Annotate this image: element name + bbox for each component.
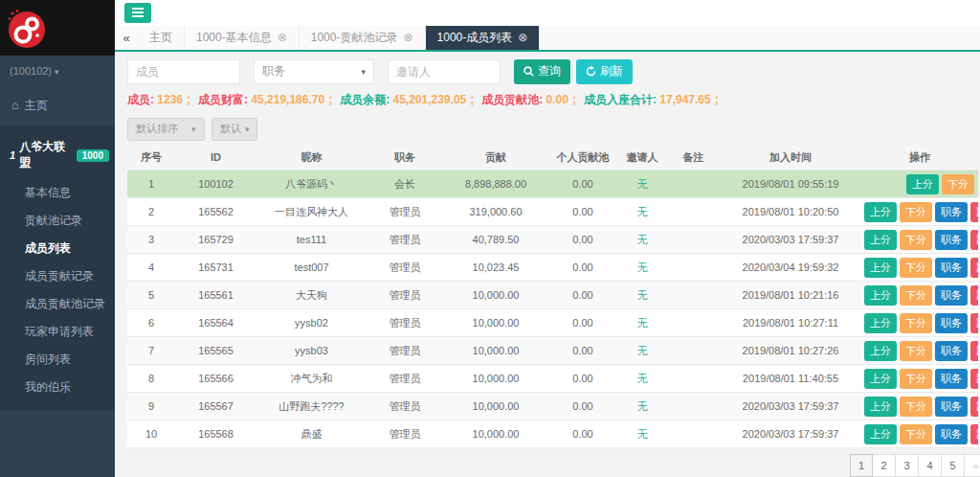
refresh-button[interactable]: 刷新: [576, 59, 633, 84]
refresh-icon: [586, 66, 596, 77]
kick-member-button[interactable]: 踢出: [970, 369, 978, 389]
column-header: 个人贡献池: [548, 146, 617, 170]
page-button[interactable]: 1: [850, 454, 873, 477]
tabs-scroll-left-icon[interactable]: «: [115, 26, 138, 50]
kick-member-button[interactable]: 踢出: [970, 230, 978, 250]
sidebar-item[interactable]: 成员列表: [0, 235, 115, 262]
cell-remark: [667, 393, 720, 420]
sidebar-item[interactable]: 成员贡献池记录: [0, 290, 115, 318]
cell-contrib: 40,789.50: [443, 226, 548, 254]
stat-value: 1236: [157, 93, 183, 106]
cell-inviter: 无: [617, 226, 667, 254]
kick-member-button[interactable]: 踢出: [970, 424, 978, 444]
page-button[interactable]: 3: [896, 454, 919, 477]
sidebar-item[interactable]: 贡献池记录: [0, 207, 115, 235]
sidebar-item[interactable]: 我的伯乐: [0, 374, 115, 401]
tab-item[interactable]: 主页: [138, 26, 185, 50]
deduct-points-button[interactable]: 下分: [900, 369, 932, 389]
deduct-points-button[interactable]: 下分: [900, 230, 932, 250]
add-points-button[interactable]: 上分: [864, 202, 897, 222]
query-button[interactable]: 查询: [514, 59, 570, 84]
add-points-button[interactable]: 上分: [864, 369, 897, 389]
tab-item[interactable]: 1000-成员列表⊗: [426, 26, 541, 50]
stat-label: 成员余额:: [340, 93, 392, 106]
set-role-button[interactable]: 职务: [935, 230, 968, 250]
next-page-button[interactable]: »: [965, 454, 980, 477]
cell-actions: 上分下分职务踢出: [861, 420, 978, 448]
column-header: 加入时间: [720, 146, 861, 170]
deduct-points-button[interactable]: 下分: [900, 258, 932, 278]
stat-separator: ;: [187, 93, 190, 106]
sidebar-item[interactable]: 成员贡献记录: [0, 262, 115, 290]
deduct-points-button[interactable]: 下分: [900, 424, 932, 444]
close-icon[interactable]: ⊗: [403, 31, 412, 44]
kick-member-button[interactable]: 踢出: [970, 341, 978, 361]
set-role-button[interactable]: 职务: [935, 369, 968, 389]
kick-member-button[interactable]: 踢出: [970, 313, 978, 333]
page-button[interactable]: 4: [919, 454, 942, 477]
cell-actions: 上分下分职务踢出: [861, 309, 978, 337]
set-role-button[interactable]: 职务: [935, 313, 968, 333]
add-points-button[interactable]: 上分: [864, 424, 897, 444]
set-role-button[interactable]: 职务: [935, 202, 968, 222]
cell-contrib: 10,023.45: [443, 254, 548, 282]
account-selector[interactable]: (100102) ▾: [0, 56, 115, 86]
cell-time: 2019/08/01 11:40:55: [720, 365, 861, 393]
deduct-points-button[interactable]: 下分: [900, 285, 932, 306]
cell-time: 2019/08/01 10:21:16: [720, 282, 861, 309]
cell-no: 9: [127, 393, 175, 420]
sidebar-item[interactable]: 玩家申请列表: [0, 318, 115, 346]
add-points-button[interactable]: 上分: [864, 341, 897, 361]
cell-actions: 上分下分职务踢出: [861, 282, 978, 309]
cell-remark: [667, 309, 720, 337]
member-search-input[interactable]: [127, 59, 240, 84]
close-icon[interactable]: ⊗: [518, 31, 527, 44]
inviter-search-input[interactable]: [388, 59, 501, 84]
add-points-button[interactable]: 上分: [864, 258, 897, 278]
page-button[interactable]: 2: [873, 454, 896, 477]
cell-time: 2020/03/03 17:59:37: [720, 393, 861, 420]
cell-id: 100102: [175, 170, 256, 198]
kick-member-button[interactable]: 踢出: [970, 202, 978, 222]
cell-remark: [667, 282, 720, 309]
role-select[interactable]: 职务 ▾: [254, 59, 374, 84]
tab-item[interactable]: 1000-贡献池记录⊗: [300, 26, 426, 50]
set-role-button[interactable]: 职务: [935, 341, 968, 361]
add-points-button[interactable]: 上分: [864, 285, 897, 306]
kick-member-button[interactable]: 踢出: [970, 397, 978, 417]
set-role-button[interactable]: 职务: [935, 424, 968, 444]
app-window: (100102) ▾ ⌂主页 1 八爷大联盟 1000 基本信息贡献池记录成员列…: [0, 0, 980, 477]
table-row: 2165562一目连风神大人管理员319,000.600.00无2019/08/…: [127, 198, 978, 226]
deduct-points-button[interactable]: 下分: [942, 174, 974, 194]
deduct-points-button[interactable]: 下分: [900, 313, 932, 333]
set-role-button[interactable]: 职务: [935, 258, 968, 278]
add-points-button[interactable]: 上分: [864, 397, 897, 417]
set-role-button[interactable]: 职务: [935, 397, 968, 417]
menu-toggle-button[interactable]: [124, 3, 151, 23]
sidebar-item[interactable]: 房间列表: [0, 346, 115, 374]
sort-order-select[interactable]: 默认排序▾: [127, 118, 205, 141]
add-points-button[interactable]: 上分: [906, 174, 939, 194]
add-points-button[interactable]: 上分: [864, 313, 897, 333]
deduct-points-button[interactable]: 下分: [900, 397, 932, 417]
stat-separator: ;: [328, 93, 332, 106]
cell-role: 管理员: [367, 254, 443, 282]
sidebar-item-home[interactable]: ⌂主页: [0, 86, 115, 125]
page-button[interactable]: 5: [942, 454, 965, 477]
kick-member-button[interactable]: 踢出: [970, 285, 978, 306]
kick-member-button[interactable]: 踢出: [970, 258, 978, 278]
sidebar-group-title[interactable]: 1 八爷大联盟 1000: [0, 133, 115, 179]
add-points-button[interactable]: 上分: [864, 230, 897, 250]
close-icon[interactable]: ⊗: [278, 31, 287, 44]
set-role-button[interactable]: 职务: [935, 285, 968, 306]
cell-id: 165561: [175, 282, 256, 309]
deduct-points-button[interactable]: 下分: [900, 341, 932, 361]
tab-item[interactable]: 1000-基本信息⊗: [185, 26, 300, 50]
deduct-points-button[interactable]: 下分: [900, 202, 932, 222]
column-header: 备注: [667, 146, 720, 170]
cell-no: 6: [127, 309, 175, 337]
cell-role: 管理员: [367, 365, 443, 393]
sort-default-select[interactable]: 默认▾: [212, 118, 258, 141]
cell-pool: 0.00: [548, 226, 617, 254]
sidebar-item[interactable]: 基本信息: [0, 179, 115, 207]
